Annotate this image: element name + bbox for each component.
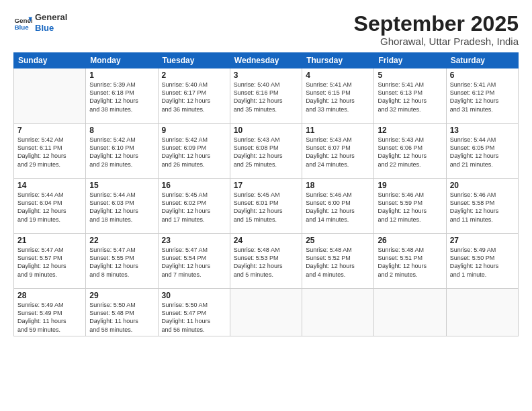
day-info: Sunrise: 5:41 AM Sunset: 6:13 PM Dayligh…	[378, 81, 442, 113]
logo: General Blue General Blue	[13, 12, 67, 33]
day-info: Sunrise: 5:47 AM Sunset: 5:54 PM Dayligh…	[162, 246, 226, 279]
calendar-cell: 20Sunrise: 5:46 AM Sunset: 5:58 PM Dayli…	[446, 179, 518, 234]
calendar-cell: 29Sunrise: 5:50 AM Sunset: 5:48 PM Dayli…	[86, 289, 158, 336]
day-info: Sunrise: 5:46 AM Sunset: 5:59 PM Dayligh…	[378, 191, 442, 224]
day-info: Sunrise: 5:49 AM Sunset: 5:49 PM Dayligh…	[17, 301, 82, 334]
calendar-header-wednesday: Wednesday	[230, 53, 302, 68]
calendar-header-thursday: Thursday	[302, 53, 374, 68]
header: General Blue General Blue September 2025…	[13, 12, 519, 47]
svg-text:Blue: Blue	[14, 23, 29, 30]
day-info: Sunrise: 5:46 AM Sunset: 5:58 PM Dayligh…	[450, 191, 515, 224]
subtitle: Ghorawal, Uttar Pradesh, India	[354, 36, 519, 47]
day-number: 22	[89, 236, 154, 245]
calendar-cell: 17Sunrise: 5:45 AM Sunset: 6:01 PM Dayli…	[230, 179, 302, 234]
day-info: Sunrise: 5:43 AM Sunset: 6:08 PM Dayligh…	[234, 136, 298, 169]
day-info: Sunrise: 5:48 AM Sunset: 5:52 PM Dayligh…	[306, 246, 370, 279]
day-number: 18	[306, 181, 370, 190]
day-number: 15	[89, 181, 154, 190]
calendar-cell: 30Sunrise: 5:50 AM Sunset: 5:47 PM Dayli…	[158, 289, 230, 336]
calendar-cell	[14, 68, 86, 124]
calendar-cell: 12Sunrise: 5:43 AM Sunset: 6:06 PM Dayli…	[374, 124, 446, 179]
calendar-cell	[230, 289, 302, 336]
page: General Blue General Blue September 2025…	[0, 0, 532, 411]
day-info: Sunrise: 5:46 AM Sunset: 6:00 PM Dayligh…	[306, 191, 370, 224]
day-info: Sunrise: 5:42 AM Sunset: 6:09 PM Dayligh…	[162, 136, 226, 169]
calendar-header-monday: Monday	[86, 53, 158, 68]
calendar-cell: 3Sunrise: 5:40 AM Sunset: 6:16 PM Daylig…	[230, 68, 302, 124]
calendar-cell: 23Sunrise: 5:47 AM Sunset: 5:54 PM Dayli…	[158, 234, 230, 289]
calendar-cell: 14Sunrise: 5:44 AM Sunset: 6:04 PM Dayli…	[14, 179, 86, 234]
day-info: Sunrise: 5:44 AM Sunset: 6:04 PM Dayligh…	[17, 191, 82, 224]
calendar-cell: 7Sunrise: 5:42 AM Sunset: 6:11 PM Daylig…	[14, 124, 86, 179]
calendar-cell: 15Sunrise: 5:44 AM Sunset: 6:03 PM Dayli…	[86, 179, 158, 234]
calendar-cell: 9Sunrise: 5:42 AM Sunset: 6:09 PM Daylig…	[158, 124, 230, 179]
calendar-cell: 11Sunrise: 5:43 AM Sunset: 6:07 PM Dayli…	[302, 124, 374, 179]
day-number: 17	[234, 181, 298, 190]
day-info: Sunrise: 5:50 AM Sunset: 5:47 PM Dayligh…	[162, 301, 226, 334]
day-info: Sunrise: 5:47 AM Sunset: 5:57 PM Dayligh…	[17, 246, 82, 279]
calendar-header-friday: Friday	[374, 53, 446, 68]
calendar-cell: 26Sunrise: 5:48 AM Sunset: 5:51 PM Dayli…	[374, 234, 446, 289]
day-number: 23	[162, 236, 226, 245]
calendar-week-1: 1Sunrise: 5:39 AM Sunset: 6:18 PM Daylig…	[14, 68, 519, 124]
day-number: 24	[234, 236, 298, 245]
day-info: Sunrise: 5:43 AM Sunset: 6:06 PM Dayligh…	[378, 136, 442, 169]
day-number: 10	[234, 126, 298, 135]
calendar-cell: 4Sunrise: 5:41 AM Sunset: 6:15 PM Daylig…	[302, 68, 374, 124]
day-number: 11	[306, 126, 370, 135]
day-info: Sunrise: 5:41 AM Sunset: 6:15 PM Dayligh…	[306, 81, 370, 113]
calendar-cell: 13Sunrise: 5:44 AM Sunset: 6:05 PM Dayli…	[446, 124, 518, 179]
day-number: 26	[378, 236, 442, 245]
day-number: 28	[17, 291, 82, 300]
logo-blue: Blue	[35, 23, 67, 34]
logo-icon: General Blue	[13, 13, 32, 32]
day-number: 4	[306, 71, 370, 80]
calendar-header-row: SundayMondayTuesdayWednesdayThursdayFrid…	[14, 53, 519, 68]
day-info: Sunrise: 5:45 AM Sunset: 6:01 PM Dayligh…	[234, 191, 298, 224]
day-number: 13	[450, 126, 515, 135]
calendar-cell: 19Sunrise: 5:46 AM Sunset: 5:59 PM Dayli…	[374, 179, 446, 234]
day-number: 8	[89, 126, 154, 135]
calendar-header-saturday: Saturday	[446, 53, 518, 68]
day-number: 27	[450, 236, 515, 245]
calendar-week-2: 7Sunrise: 5:42 AM Sunset: 6:11 PM Daylig…	[14, 124, 519, 179]
day-info: Sunrise: 5:44 AM Sunset: 6:03 PM Dayligh…	[89, 191, 154, 224]
day-info: Sunrise: 5:42 AM Sunset: 6:10 PM Dayligh…	[89, 136, 154, 169]
calendar-week-4: 21Sunrise: 5:47 AM Sunset: 5:57 PM Dayli…	[14, 234, 519, 289]
day-number: 7	[17, 126, 82, 135]
day-number: 5	[378, 71, 442, 80]
day-number: 19	[378, 181, 442, 190]
calendar-cell: 22Sunrise: 5:47 AM Sunset: 5:55 PM Dayli…	[86, 234, 158, 289]
calendar-cell: 21Sunrise: 5:47 AM Sunset: 5:57 PM Dayli…	[14, 234, 86, 289]
day-info: Sunrise: 5:44 AM Sunset: 6:05 PM Dayligh…	[450, 136, 515, 169]
calendar-header-tuesday: Tuesday	[158, 53, 230, 68]
calendar: SundayMondayTuesdayWednesdayThursdayFrid…	[13, 52, 519, 336]
calendar-cell: 5Sunrise: 5:41 AM Sunset: 6:13 PM Daylig…	[374, 68, 446, 124]
day-number: 29	[89, 291, 154, 300]
day-number: 30	[162, 291, 226, 300]
day-number: 21	[17, 236, 82, 245]
calendar-cell: 16Sunrise: 5:45 AM Sunset: 6:02 PM Dayli…	[158, 179, 230, 234]
day-info: Sunrise: 5:48 AM Sunset: 5:51 PM Dayligh…	[378, 246, 442, 279]
day-info: Sunrise: 5:40 AM Sunset: 6:16 PM Dayligh…	[234, 81, 298, 113]
day-info: Sunrise: 5:43 AM Sunset: 6:07 PM Dayligh…	[306, 136, 370, 169]
day-info: Sunrise: 5:42 AM Sunset: 6:11 PM Dayligh…	[17, 136, 82, 169]
day-number: 12	[378, 126, 442, 135]
day-info: Sunrise: 5:45 AM Sunset: 6:02 PM Dayligh…	[162, 191, 226, 224]
day-info: Sunrise: 5:49 AM Sunset: 5:50 PM Dayligh…	[450, 246, 515, 279]
calendar-cell: 6Sunrise: 5:41 AM Sunset: 6:12 PM Daylig…	[446, 68, 518, 124]
logo-general: General	[35, 12, 67, 23]
calendar-cell: 28Sunrise: 5:49 AM Sunset: 5:49 PM Dayli…	[14, 289, 86, 336]
day-info: Sunrise: 5:48 AM Sunset: 5:53 PM Dayligh…	[234, 246, 298, 279]
day-info: Sunrise: 5:39 AM Sunset: 6:18 PM Dayligh…	[89, 81, 154, 113]
calendar-cell: 18Sunrise: 5:46 AM Sunset: 6:00 PM Dayli…	[302, 179, 374, 234]
day-number: 1	[89, 71, 154, 80]
day-info: Sunrise: 5:41 AM Sunset: 6:12 PM Dayligh…	[450, 81, 515, 113]
day-number: 2	[162, 71, 226, 80]
day-number: 25	[306, 236, 370, 245]
calendar-cell: 1Sunrise: 5:39 AM Sunset: 6:18 PM Daylig…	[86, 68, 158, 124]
calendar-cell: 8Sunrise: 5:42 AM Sunset: 6:10 PM Daylig…	[86, 124, 158, 179]
calendar-cell: 10Sunrise: 5:43 AM Sunset: 6:08 PM Dayli…	[230, 124, 302, 179]
day-number: 16	[162, 181, 226, 190]
calendar-cell	[374, 289, 446, 336]
